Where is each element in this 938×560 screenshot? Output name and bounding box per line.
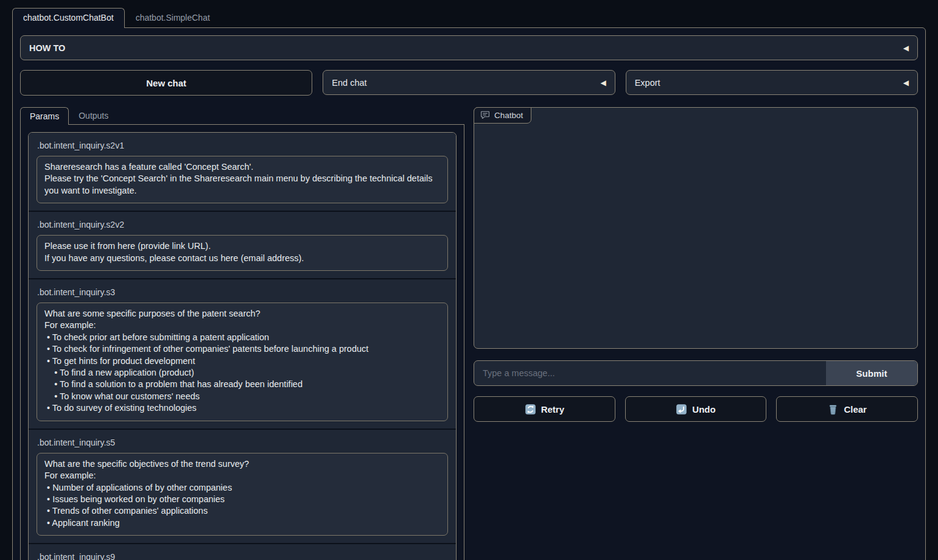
chatbot-panel-title: Chatbot xyxy=(494,111,523,120)
param-field: .bot.intent_inquiry.s9 xyxy=(29,543,456,560)
tab-params[interactable]: Params xyxy=(20,107,69,125)
chevron-left-icon: ◀ xyxy=(600,79,606,86)
app-root: chatbot.CustomChatBot chatbot.SimpleChat… xyxy=(0,0,938,560)
chat-actions-row: Retry Undo xyxy=(474,396,918,422)
params-column: Params Outputs .bot.intent_inquiry.s2v1 … xyxy=(20,107,464,560)
end-chat-accordion[interactable]: End chat ◀ xyxy=(323,70,615,95)
param-field-label: .bot.intent_inquiry.s9 xyxy=(37,552,448,560)
param-field-label: .bot.intent_inquiry.s3 xyxy=(37,287,448,298)
wastebasket-icon xyxy=(827,404,839,415)
tab-outputs[interactable]: Outputs xyxy=(69,107,118,124)
export-accordion[interactable]: Export ◀ xyxy=(626,70,918,95)
tab-chatbot-customchatbot[interactable]: chatbot.CustomChatBot xyxy=(12,8,125,28)
param-field-label: .bot.intent_inquiry.s2v1 xyxy=(37,141,448,151)
chatbot-panel-label: Chatbot xyxy=(474,107,531,124)
tab-content-container: HOW TO ◀ New chat End chat ◀ Export ◀ Pa… xyxy=(12,27,926,560)
speech-bubble-icon xyxy=(480,110,490,120)
param-field-value[interactable]: What are some specific purposes of the p… xyxy=(37,303,448,421)
param-field: .bot.intent_inquiry.s3 What are some spe… xyxy=(29,278,456,429)
new-chat-button[interactable]: New chat xyxy=(20,70,312,96)
param-field-value[interactable]: Shareresearch has a feature called 'Conc… xyxy=(37,156,448,203)
clear-button-label: Clear xyxy=(844,404,867,415)
export-label: Export xyxy=(635,78,660,88)
param-field: .bot.intent_inquiry.s2v2 Please use it f… xyxy=(29,211,456,278)
submit-button[interactable]: Submit xyxy=(826,361,917,385)
message-input[interactable] xyxy=(474,361,826,385)
retry-button[interactable]: Retry xyxy=(474,396,615,422)
main-row: Params Outputs .bot.intent_inquiry.s2v1 … xyxy=(20,107,918,560)
chatbot-panel: Chatbot xyxy=(474,107,918,349)
app-tabbar: chatbot.CustomChatBot chatbot.SimpleChat xyxy=(12,8,926,28)
counterclockwise-arrows-icon xyxy=(525,404,536,415)
undo-arrow-icon xyxy=(676,404,687,415)
clear-button[interactable]: Clear xyxy=(776,396,918,422)
params-panel: .bot.intent_inquiry.s2v1 Shareresearch h… xyxy=(20,125,464,560)
undo-button[interactable]: Undo xyxy=(625,396,767,422)
param-field: .bot.intent_inquiry.s5 What are the spec… xyxy=(29,429,456,543)
chatbot-column: Chatbot Submit xyxy=(474,107,918,560)
params-outputs-tabbar: Params Outputs xyxy=(20,107,464,125)
param-field-value[interactable]: Please use it from here (provide link UR… xyxy=(37,235,448,271)
param-field-value[interactable]: What are the specific objectives of the … xyxy=(37,453,448,536)
message-input-row: Submit xyxy=(474,360,918,386)
chevron-left-icon: ◀ xyxy=(903,44,909,52)
param-field-label: .bot.intent_inquiry.s2v2 xyxy=(37,220,448,230)
howto-accordion[interactable]: HOW TO ◀ xyxy=(20,35,918,60)
param-field-label: .bot.intent_inquiry.s5 xyxy=(37,438,448,448)
param-field: .bot.intent_inquiry.s2v1 Shareresearch h… xyxy=(29,133,456,211)
end-chat-label: End chat xyxy=(332,78,366,88)
params-fields-group: .bot.intent_inquiry.s2v1 Shareresearch h… xyxy=(28,132,457,560)
toolbar-row: New chat End chat ◀ Export ◀ xyxy=(20,70,918,96)
chevron-left-icon: ◀ xyxy=(903,79,909,86)
retry-button-label: Retry xyxy=(541,404,564,415)
undo-button-label: Undo xyxy=(692,404,715,415)
tab-chatbot-simplechat[interactable]: chatbot.SimpleChat xyxy=(125,8,221,28)
howto-label: HOW TO xyxy=(29,43,65,53)
